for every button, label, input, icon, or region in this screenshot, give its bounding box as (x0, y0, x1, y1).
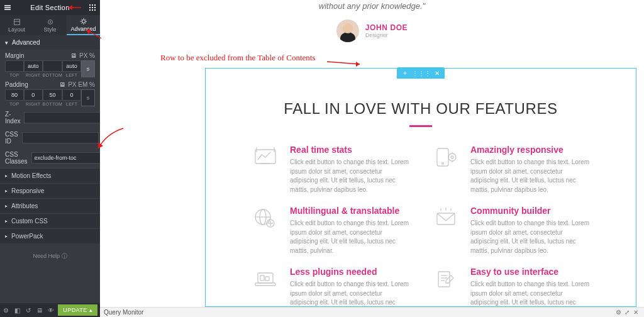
svg-rect-4 (92, 7, 93, 8)
caret-right-icon: ▸ (5, 203, 8, 209)
svg-rect-9 (14, 19, 19, 25)
svg-rect-2 (94, 4, 96, 6)
feature-item: Amazingly responsiveClick edit button to… (430, 145, 592, 194)
cssid-label: CSS ID (5, 131, 18, 145)
query-monitor-link[interactable]: Query Monitor (104, 309, 143, 316)
panel-footer: ⚙ ◧ ↺ 🖥 👁 UPDATE ▴ (0, 303, 100, 317)
caret-right-icon: ▸ (5, 218, 8, 224)
drag-section-icon[interactable]: ⋮⋮⋮ (412, 70, 431, 77)
testimonial-quote: without any prior knowledge." (100, 0, 644, 11)
history-icon[interactable]: ↺ (25, 307, 32, 314)
svg-rect-6 (89, 9, 91, 11)
padding-units[interactable]: PX EM % (68, 81, 95, 88)
annotation-text: Row to be excluded from the Table of Con… (160, 53, 316, 63)
padding-right-label: RIGHT (24, 102, 43, 106)
delete-section-icon[interactable]: ✕ (435, 70, 440, 77)
apps-icon[interactable] (89, 4, 96, 11)
update-button[interactable]: UPDATE ▴ (58, 304, 97, 316)
bottom-bar: Query Monitor ⚙ ⤢ ✕ (100, 307, 644, 317)
tab-layout-label: Layout (8, 26, 25, 33)
margin-right-label: RIGHT (24, 73, 43, 77)
preview-icon[interactable]: 👁 (47, 307, 55, 314)
margin-right-input[interactable] (24, 60, 43, 72)
laptop-icon (250, 267, 281, 292)
svg-point-22 (448, 153, 456, 161)
stats-icon (250, 145, 281, 170)
margin-units[interactable]: PX % (79, 52, 95, 59)
margin-bottom-label: BOTTOM (43, 73, 63, 77)
attributes-section[interactable]: ▸Attributes (0, 198, 100, 213)
navigator-icon[interactable]: ◧ (14, 307, 21, 314)
svg-rect-8 (94, 9, 96, 11)
padding-header: Padding 🖥 PX EM % (0, 79, 100, 89)
tab-style[interactable]: Style (33, 15, 67, 35)
cssid-input[interactable] (22, 132, 99, 143)
selected-section[interactable]: ＋ ⋮⋮⋮ ✕ FALL IN LOVE WITH OUR FEATURES R… (205, 68, 636, 307)
tab-layout[interactable]: Layout (0, 15, 33, 35)
update-label: UPDATE (63, 307, 87, 313)
author-role: Designer (365, 32, 408, 38)
desktop-icon[interactable]: 🖥 (70, 52, 77, 59)
margin-left-input[interactable] (62, 60, 81, 72)
feature-grid: Real time statsClick edit button to chan… (206, 127, 636, 307)
section-handle[interactable]: ＋ ⋮⋮⋮ ✕ (397, 67, 445, 79)
padding-top-input[interactable] (5, 89, 24, 101)
responsive-icon[interactable]: 🖥 (36, 307, 43, 314)
margin-link-toggle[interactable] (81, 60, 95, 77)
zindex-label: Z-Index (5, 111, 20, 125)
svg-rect-38 (260, 275, 264, 281)
settings-icon[interactable]: ⚙ (3, 307, 10, 314)
help-icon: ⓘ (62, 253, 67, 259)
close-icon[interactable]: ✕ (631, 309, 640, 316)
svg-rect-5 (94, 7, 96, 8)
tab-advanced[interactable]: Advanced (67, 15, 100, 35)
margin-top-input[interactable] (5, 60, 24, 72)
padding-right-input[interactable] (24, 89, 43, 101)
svg-point-21 (442, 163, 444, 165)
svg-rect-32 (437, 213, 455, 225)
padding-left-label: LEFT (62, 102, 81, 106)
feature-item: Real time statsClick edit button to chan… (250, 145, 411, 194)
padding-link-toggle[interactable] (81, 89, 95, 106)
panel-title: Edit Section (11, 4, 89, 11)
svg-rect-3 (89, 7, 91, 8)
need-help-link[interactable]: Need Help ⓘ (0, 243, 100, 260)
feature-title: Amazingly responsive (470, 145, 592, 155)
caret-down-icon: ▾ (5, 40, 8, 46)
margin-label: Margin (5, 52, 68, 59)
testimonial-author: JOHN DOE Designer (100, 19, 644, 42)
menu-icon[interactable] (4, 4, 11, 11)
cssclasses-input[interactable] (31, 152, 108, 164)
feature-item: Easy to use interfaceClick edit button t… (430, 267, 592, 307)
cssclasses-label: CSS Classes (5, 151, 28, 165)
padding-label: Padding (5, 81, 57, 88)
feature-text: Click edit button to change this text. L… (290, 219, 411, 255)
feature-title: Multilingual & translatable (290, 206, 411, 216)
feature-title: Less plugins needed (290, 267, 411, 277)
document-icon (430, 267, 462, 292)
svg-rect-39 (265, 277, 269, 281)
advanced-accordion[interactable]: ▾ Advanced (0, 35, 100, 50)
feature-item: Less plugins neededClick edit button to … (250, 267, 411, 307)
desktop-icon[interactable]: 🖥 (59, 81, 65, 88)
feature-text: Click edit button to change this text. L… (470, 158, 592, 194)
responsive-section[interactable]: ▸Responsive (0, 183, 100, 198)
margin-bottom-input[interactable] (43, 60, 63, 72)
zindex-input[interactable] (24, 112, 101, 123)
padding-left-input[interactable] (62, 89, 81, 101)
margin-header: Margin 🖥 PX % (0, 50, 100, 60)
motion-effects-section[interactable]: ▸Motion Effects (0, 168, 100, 183)
feature-title: Community builder (470, 206, 592, 216)
add-section-icon[interactable]: ＋ (402, 69, 408, 77)
svg-rect-0 (89, 4, 91, 6)
svg-point-23 (451, 156, 453, 158)
responsive-label: Responsive (11, 187, 44, 194)
cssclasses-row: CSS Classes (0, 148, 100, 168)
customcss-section[interactable]: ▸Custom CSS (0, 213, 100, 228)
padding-bottom-input[interactable] (43, 89, 63, 101)
expand-icon[interactable]: ⤢ (623, 309, 631, 316)
advanced-accordion-label: Advanced (12, 39, 40, 46)
powerpack-section[interactable]: ▸PowerPack (0, 228, 100, 243)
feature-item: Community builderClick edit button to ch… (430, 206, 592, 255)
gear-icon[interactable]: ⚙ (614, 309, 623, 316)
